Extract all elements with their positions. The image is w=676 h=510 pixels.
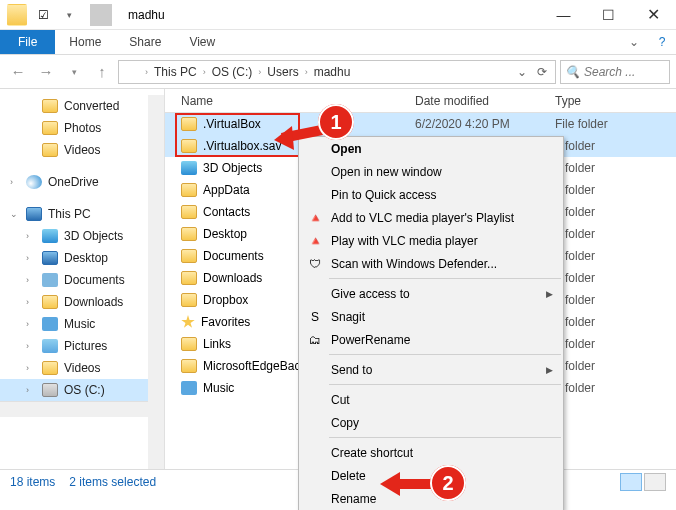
home-tab[interactable]: Home xyxy=(55,30,115,54)
folder-icon xyxy=(181,161,197,175)
sidebar-item[interactable]: ›Desktop xyxy=(0,247,164,269)
file-name: Downloads xyxy=(203,271,262,285)
file-type: e folder xyxy=(555,139,676,153)
submenu-arrow-icon: ▶ xyxy=(546,289,553,299)
checkbox-icon[interactable]: ☑ xyxy=(32,4,54,26)
view-tab[interactable]: View xyxy=(175,30,229,54)
menu-item-icon: 🔺 xyxy=(307,233,323,249)
sidebar-item[interactable]: ›Pictures xyxy=(0,335,164,357)
back-button[interactable]: ← xyxy=(6,60,30,84)
file-list: Name Date modified Type .VirtualBox6/2/2… xyxy=(165,89,676,469)
menu-item[interactable]: Open in new window xyxy=(299,160,563,183)
help-icon[interactable]: ? xyxy=(648,30,676,54)
folder-icon xyxy=(42,383,58,397)
up-button[interactable]: ↑ xyxy=(90,60,114,84)
folder-icon xyxy=(181,227,197,241)
sidebar-item-thispc[interactable]: ⌄This PC xyxy=(0,203,164,225)
column-date[interactable]: Date modified xyxy=(415,94,555,108)
search-input[interactable]: 🔍 Search ... xyxy=(560,60,670,84)
sidebar-item[interactable]: ›Music xyxy=(0,313,164,335)
file-name: Documents xyxy=(203,249,264,263)
folder-icon xyxy=(181,249,197,263)
menu-separator xyxy=(329,384,561,385)
horizontal-scrollbar[interactable] xyxy=(0,401,164,417)
file-type: e folder xyxy=(555,249,676,263)
menu-item[interactable]: 🗂PowerRename xyxy=(299,328,563,351)
chevron-right-icon[interactable]: › xyxy=(141,67,152,77)
sidebar-item[interactable]: ›3D Objects xyxy=(0,225,164,247)
menu-item[interactable]: SSnagit xyxy=(299,305,563,328)
chevron-right-icon[interactable]: › xyxy=(301,67,312,77)
recent-dropdown-icon[interactable]: ▾ xyxy=(62,60,86,84)
sidebar-item-onedrive[interactable]: ›OneDrive xyxy=(0,171,164,193)
breadcrumb[interactable]: Users xyxy=(267,65,298,79)
file-tab[interactable]: File xyxy=(0,30,55,54)
menu-item[interactable]: Send to▶ xyxy=(299,358,563,381)
menu-item-label: Open xyxy=(331,142,362,156)
column-name[interactable]: Name xyxy=(165,94,415,108)
pc-icon xyxy=(26,207,42,221)
menu-item[interactable]: Open xyxy=(299,137,563,160)
sidebar-item[interactable]: ›Videos xyxy=(0,357,164,379)
file-name: Dropbox xyxy=(203,293,248,307)
qat-dropdown-icon[interactable]: ▾ xyxy=(58,4,80,26)
icons-view-button[interactable] xyxy=(644,473,666,491)
menu-item-icon: 🗂 xyxy=(307,332,323,348)
sidebar-item[interactable]: Converted xyxy=(0,95,164,117)
folder-icon xyxy=(181,315,195,329)
breadcrumb[interactable]: madhu xyxy=(314,65,351,79)
menu-item[interactable]: 🔺Add to VLC media player's Playlist xyxy=(299,206,563,229)
menu-item-label: Scan with Windows Defender... xyxy=(331,257,497,271)
maximize-button[interactable]: ☐ xyxy=(586,0,631,30)
minimize-button[interactable]: — xyxy=(541,0,586,30)
share-tab[interactable]: Share xyxy=(115,30,175,54)
column-type[interactable]: Type xyxy=(555,94,676,108)
address-dropdown-icon[interactable]: ⌄ xyxy=(513,65,531,79)
menu-item[interactable]: Pin to Quick access xyxy=(299,183,563,206)
menu-item-label: Open in new window xyxy=(331,165,442,179)
folder-icon xyxy=(181,183,197,197)
menu-item[interactable]: 🛡Scan with Windows Defender... xyxy=(299,252,563,275)
menu-item[interactable]: Copy xyxy=(299,411,563,434)
breadcrumb[interactable]: OS (C:) xyxy=(212,65,253,79)
menu-item[interactable]: Cut xyxy=(299,388,563,411)
forward-button[interactable]: → xyxy=(34,60,58,84)
sidebar-item[interactable]: Photos xyxy=(0,117,164,139)
menu-item-label: Snagit xyxy=(331,310,365,324)
folder-icon xyxy=(42,251,58,265)
close-button[interactable]: ✕ xyxy=(631,0,676,30)
details-view-button[interactable] xyxy=(620,473,642,491)
file-type: e folder xyxy=(555,381,676,395)
menu-item-label: Cut xyxy=(331,393,350,407)
file-type: File folder xyxy=(555,117,676,131)
folder-icon xyxy=(181,381,197,395)
chevron-right-icon[interactable]: › xyxy=(199,67,210,77)
folder-icon xyxy=(181,359,197,373)
refresh-icon[interactable]: ⟳ xyxy=(533,65,551,79)
menu-separator xyxy=(329,437,561,438)
folder-icon xyxy=(42,143,58,157)
folder-icon xyxy=(42,99,58,113)
window-title: madhu xyxy=(124,8,541,22)
navigation-pane: Converted Photos Videos ›OneDrive ⌄This … xyxy=(0,89,165,469)
menu-item[interactable]: 🔺Play with VLC media player xyxy=(299,229,563,252)
sidebar-item[interactable]: ›OS (C:) xyxy=(0,379,164,401)
breadcrumb[interactable]: This PC xyxy=(154,65,197,79)
chevron-right-icon[interactable]: › xyxy=(254,67,265,77)
file-name: Favorites xyxy=(201,315,250,329)
annotation-arrow xyxy=(378,470,438,500)
sidebar-item[interactable]: ›Documents xyxy=(0,269,164,291)
vertical-scrollbar[interactable] xyxy=(148,95,164,469)
menu-item[interactable]: Create shortcut xyxy=(299,441,563,464)
sidebar-item[interactable]: ›Downloads xyxy=(0,291,164,313)
submenu-arrow-icon: ▶ xyxy=(546,365,553,375)
folder-icon xyxy=(181,337,197,351)
separator xyxy=(90,4,112,26)
address-bar[interactable]: › This PC › OS (C:) › Users › madhu ⌄ ⟳ xyxy=(118,60,556,84)
file-name: MicrosoftEdgeBacku xyxy=(203,359,313,373)
menu-item-icon: S xyxy=(307,309,323,325)
context-menu: OpenOpen in new windowPin to Quick acces… xyxy=(298,136,564,510)
expand-ribbon-icon[interactable]: ⌄ xyxy=(620,30,648,54)
sidebar-item[interactable]: Videos xyxy=(0,139,164,161)
menu-item[interactable]: Give access to▶ xyxy=(299,282,563,305)
